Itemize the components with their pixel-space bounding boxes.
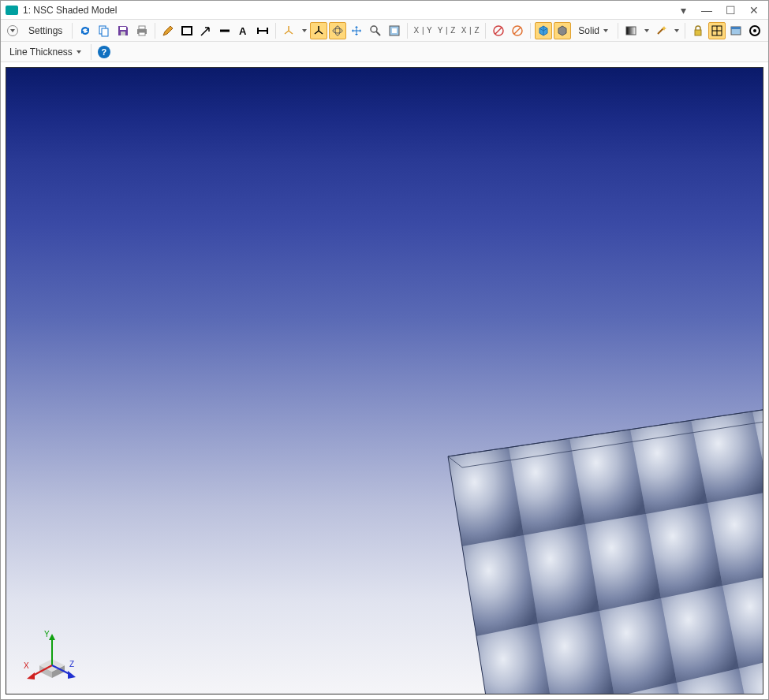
text-icon: A bbox=[237, 24, 250, 37]
svg-point-13 bbox=[333, 28, 342, 33]
svg-rect-5 bbox=[139, 26, 145, 29]
axis-triad: Y X Z bbox=[21, 627, 76, 683]
window-button[interactable] bbox=[727, 22, 745, 39]
svg-point-17 bbox=[371, 26, 377, 32]
solid-dropdown[interactable]: Solid bbox=[573, 22, 614, 39]
settings-label: Settings bbox=[28, 25, 62, 36]
pan-icon bbox=[350, 24, 363, 37]
axes-3d-icon bbox=[312, 24, 325, 37]
fit-button[interactable] bbox=[386, 22, 403, 39]
rotate-button[interactable] bbox=[329, 22, 346, 39]
save-button[interactable] bbox=[114, 22, 132, 39]
line-button[interactable] bbox=[216, 22, 233, 39]
svg-rect-25 bbox=[626, 27, 636, 35]
pencil-icon bbox=[162, 24, 174, 37]
wand-button[interactable] bbox=[652, 22, 670, 39]
titlebar: 1: NSC Shaded Model ▾ — ☐ ✕ bbox=[1, 1, 768, 20]
lock-button[interactable] bbox=[689, 22, 707, 39]
svg-marker-82 bbox=[49, 634, 55, 640]
app-window: 1: NSC Shaded Model ▾ — ☐ ✕ Settings bbox=[0, 0, 769, 700]
svg-rect-6 bbox=[139, 32, 145, 35]
help-icon: ? bbox=[98, 46, 110, 58]
xy-plane-button[interactable]: X | Y bbox=[412, 22, 434, 39]
window-icon bbox=[730, 24, 742, 37]
line-thickness-label: Line Thickness bbox=[9, 47, 73, 58]
dimension-button[interactable] bbox=[254, 22, 271, 39]
print-button[interactable] bbox=[133, 22, 151, 39]
xy-plane-label: X | Y bbox=[413, 26, 432, 35]
main-toolbar: Settings A bbox=[1, 20, 768, 42]
target-button[interactable] bbox=[746, 22, 763, 39]
rectangle-icon bbox=[181, 24, 193, 37]
maximize-button[interactable]: ☐ bbox=[721, 4, 740, 17]
axis-y-label: Y bbox=[44, 630, 50, 639]
viewport-3d[interactable]: Y X Z bbox=[6, 67, 763, 694]
settings-expand-button[interactable] bbox=[4, 22, 21, 39]
svg-point-34 bbox=[753, 29, 756, 32]
box-solid-icon bbox=[556, 24, 569, 37]
wand-icon bbox=[655, 24, 667, 37]
gradient-button[interactable] bbox=[622, 22, 640, 39]
chevron-down-icon bbox=[7, 25, 18, 36]
svg-line-22 bbox=[495, 28, 502, 34]
model-panel bbox=[385, 393, 764, 694]
svg-point-14 bbox=[335, 26, 340, 35]
grid-button[interactable] bbox=[708, 22, 726, 39]
axes-pick-icon bbox=[282, 24, 295, 37]
pencil-button[interactable] bbox=[159, 22, 177, 39]
line-thickness-dropdown[interactable]: Line Thickness bbox=[4, 43, 87, 61]
rotate-icon bbox=[331, 24, 344, 37]
svg-rect-3 bbox=[121, 32, 125, 35]
chevron-down-icon bbox=[644, 29, 649, 32]
xz-plane-label: X | Z bbox=[461, 26, 480, 35]
gradient-icon bbox=[625, 24, 637, 37]
rectangle-button[interactable] bbox=[178, 22, 196, 39]
svg-rect-32 bbox=[731, 27, 741, 29]
line-icon bbox=[218, 24, 231, 37]
box-shaded-button[interactable] bbox=[535, 22, 552, 39]
separator bbox=[485, 23, 486, 39]
gradient-dropdown[interactable] bbox=[641, 22, 651, 39]
axes-pick-dropdown[interactable] bbox=[299, 22, 308, 39]
print-icon bbox=[136, 24, 148, 37]
secondary-toolbar: Line Thickness ? bbox=[1, 42, 768, 62]
pan-button[interactable] bbox=[348, 22, 365, 39]
text-button[interactable]: A bbox=[235, 22, 252, 39]
save-icon bbox=[117, 24, 129, 37]
separator bbox=[618, 23, 618, 39]
box-shaded-icon bbox=[537, 24, 550, 37]
disable-1-button[interactable] bbox=[490, 22, 507, 39]
chevron-down-icon bbox=[674, 29, 679, 32]
window-title: 1: NSC Shaded Model bbox=[23, 5, 669, 16]
zoom-button[interactable] bbox=[367, 22, 384, 39]
copy-button[interactable] bbox=[95, 22, 113, 39]
close-button[interactable]: ✕ bbox=[745, 4, 763, 17]
wand-dropdown[interactable] bbox=[671, 22, 681, 39]
disable-2-button[interactable] bbox=[509, 22, 526, 39]
fit-icon bbox=[388, 24, 401, 37]
svg-text:A: A bbox=[239, 25, 247, 37]
axes-pick-button[interactable] bbox=[280, 22, 297, 39]
svg-rect-27 bbox=[695, 30, 701, 35]
window-menu-button[interactable]: ▾ bbox=[674, 4, 692, 17]
arrow-button[interactable] bbox=[197, 22, 215, 39]
svg-rect-2 bbox=[120, 27, 126, 30]
chevron-down-icon bbox=[603, 29, 608, 32]
box-solid-button[interactable] bbox=[554, 22, 571, 39]
xz-plane-button[interactable]: X | Z bbox=[459, 22, 481, 39]
app-icon bbox=[6, 6, 18, 15]
target-icon bbox=[748, 24, 761, 37]
separator bbox=[685, 23, 685, 39]
refresh-button[interactable] bbox=[77, 22, 94, 39]
svg-marker-84 bbox=[27, 672, 35, 680]
settings-button[interactable]: Settings bbox=[23, 22, 68, 39]
yz-plane-button[interactable]: Y | Z bbox=[435, 22, 457, 39]
axes-3d-button[interactable] bbox=[310, 22, 327, 39]
svg-line-18 bbox=[376, 32, 380, 35]
disable-2-icon bbox=[511, 24, 524, 37]
refresh-icon bbox=[79, 24, 91, 37]
separator bbox=[155, 23, 155, 39]
help-button[interactable]: ? bbox=[95, 43, 113, 61]
minimize-button[interactable]: — bbox=[697, 4, 716, 17]
dimension-icon bbox=[256, 24, 269, 37]
